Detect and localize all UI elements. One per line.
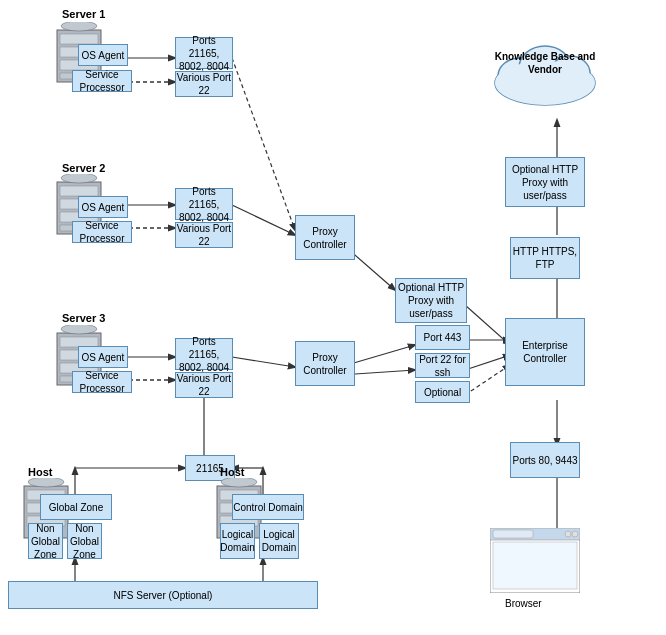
port-443-box: Port 443 [415,325,470,350]
svg-line-5 [232,205,295,235]
os-agent-3: OS Agent [78,346,128,368]
svg-point-59 [565,531,571,537]
knowledge-base-cloud: Knowledge Base and Vendor [490,28,600,110]
various-port22-3: Various Port 22 [175,372,233,398]
svg-rect-33 [60,34,98,44]
browser-icon [490,528,580,593]
enterprise-controller: Enterprise Controller [505,318,585,386]
proxy-controller-2: Proxy Controller [295,341,355,386]
non-global-zone-1: Non Global Zone [28,523,63,559]
svg-rect-58 [493,530,533,538]
server1-label: Server 1 [62,8,105,20]
various-port22-2: Various Port 22 [175,222,233,248]
svg-point-60 [572,531,578,537]
svg-point-49 [61,325,97,334]
svg-point-70 [221,478,257,487]
os-agent-1: OS Agent [78,44,128,66]
svg-line-9 [232,357,295,367]
browser-label: Browser [505,598,542,609]
global-zone: Global Zone [40,494,112,520]
service-processor-1: Service Processor [72,70,132,92]
port-22-ssh-box: Port 22 for ssh [415,353,470,378]
various-port22-1: Various Port 22 [175,71,233,97]
logical-domain-1: Logical Domain [220,523,255,559]
non-global-zone-2: Non Global Zone [67,523,102,559]
ports-1: Ports 21165, 8002, 8004 [175,37,233,69]
service-processor-3: Service Processor [72,371,132,393]
nfs-server-bar: NFS Server (Optional) [8,581,318,609]
optional-http-proxy-mid: Optional HTTP Proxy with user/pass [395,278,467,323]
service-processor-2: Service Processor [72,221,132,243]
logical-domain-2: Logical Domain [259,523,299,559]
ports-80-9443: Ports 80, 9443 [510,442,580,478]
server2-label: Server 2 [62,162,105,174]
optional-box: Optional [415,381,470,403]
control-domain: Control Domain [232,494,304,520]
svg-point-43 [61,174,97,183]
svg-rect-57 [493,542,577,589]
optional-http-proxy-top: Optional HTTP Proxy with user/pass [505,157,585,207]
server3-label: Server 3 [62,312,105,324]
svg-line-1 [232,58,295,230]
http-https-ftp: HTTP HTTPS, FTP [510,237,580,279]
svg-line-16 [465,355,510,370]
svg-line-17 [465,365,510,395]
knowledge-base-text: Knowledge Base and Vendor [490,50,600,76]
ports-2: Ports 21165, 8002, 8004 [175,188,233,220]
proxy-controller-1: Proxy Controller [295,215,355,260]
svg-rect-39 [60,186,98,196]
ports-3: Ports 21165, 8002, 8004 [175,338,233,370]
host1-label: Host [28,466,52,478]
host2-label: Host [220,466,244,478]
svg-point-37 [61,22,97,31]
svg-point-65 [28,478,64,487]
svg-line-18 [465,305,510,345]
diagram: Server 1 OS Agent Service Processor Port… [0,0,666,635]
os-agent-2: OS Agent [78,196,128,218]
